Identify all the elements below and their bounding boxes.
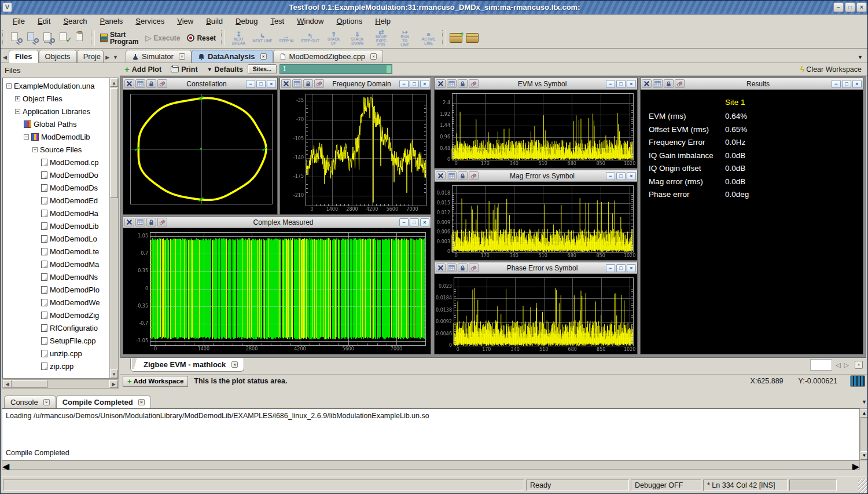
- move-exec-ptr-button[interactable]: ⇄MOVEEXECPTR: [369, 30, 393, 47]
- tree-item-moddemodzig[interactable]: ModDemodZig: [4, 309, 109, 321]
- plot-titlebar[interactable]: Frequency Domain−□×: [280, 78, 431, 90]
- tree-item-moddemodds[interactable]: ModDemodDs: [4, 181, 109, 194]
- defaults-button[interactable]: ▼ Defaults: [203, 65, 248, 74]
- tree-vertical-scrollbar[interactable]: ▲ ▼: [109, 78, 118, 378]
- plot-minimize-button[interactable]: −: [832, 80, 841, 88]
- tab-overflow-icon[interactable]: ▼: [858, 54, 867, 63]
- menu-debug[interactable]: Debug: [230, 16, 263, 27]
- site-field[interactable]: 1: [279, 64, 392, 74]
- tab-files[interactable]: Files: [9, 50, 39, 63]
- menu-file[interactable]: File: [8, 16, 30, 27]
- plot-titlebar[interactable]: Results−□×: [641, 78, 863, 90]
- tab-close-icon[interactable]: ×: [370, 53, 377, 60]
- clipboard-document-icon[interactable]: [73, 31, 89, 45]
- tree-item-moddemodns[interactable]: ModDemodNs: [4, 270, 109, 283]
- plot-table-icon[interactable]: [447, 171, 457, 180]
- frequency-domain-plot[interactable]: [280, 90, 431, 214]
- tree-expander-icon[interactable]: +: [15, 96, 20, 101]
- plot-maximize-button[interactable]: □: [410, 80, 419, 88]
- plot-table-icon[interactable]: [292, 79, 302, 88]
- mag-error-plot[interactable]: [435, 182, 637, 260]
- evm-plot[interactable]: [435, 90, 637, 168]
- plot-table-icon[interactable]: [447, 264, 457, 272]
- stack-up-button[interactable]: ⇑STACKUP: [322, 30, 345, 47]
- plot-lock-icon[interactable]: [303, 79, 313, 88]
- plot-table-icon[interactable]: [135, 79, 145, 88]
- next-line-button[interactable]: ↳NEXT LINE: [251, 30, 274, 47]
- plot-minimize-button[interactable]: −: [399, 218, 409, 226]
- tree-item-object-files[interactable]: +Object Files: [4, 92, 109, 105]
- plot-table-icon[interactable]: [447, 79, 457, 88]
- scroll-left-icon[interactable]: ◀: [2, 461, 9, 469]
- plot-maximize-button[interactable]: □: [616, 264, 626, 272]
- plot-minimize-button[interactable]: −: [606, 172, 615, 180]
- plot-eraser-icon[interactable]: [469, 264, 479, 272]
- tree-item-moddemodha[interactable]: ModDemodHa: [4, 207, 109, 219]
- plot-delete-icon[interactable]: [642, 79, 652, 88]
- tree-item-moddemodma[interactable]: ModDemodMa: [4, 258, 109, 270]
- console-horizontal-scrollbar[interactable]: ◀ ▶: [2, 460, 860, 470]
- menu-window[interactable]: Window: [292, 16, 329, 27]
- window-close-button[interactable]: ×: [856, 2, 867, 12]
- workspace-tab-prev-icon[interactable]: ◁: [836, 361, 840, 369]
- tree-item-setupfile-cpp[interactable]: SetupFile.cpp: [4, 334, 109, 347]
- phase-error-plot[interactable]: [435, 274, 637, 354]
- menu-help[interactable]: Help: [370, 16, 396, 27]
- plot-lock-icon[interactable]: [458, 264, 468, 272]
- console-vertical-scrollbar[interactable]: ▲ ▼: [860, 408, 868, 460]
- plot-close-button[interactable]: ×: [627, 264, 636, 272]
- tree-item-rfconfiguratio[interactable]: RfConfiguratio: [4, 321, 109, 334]
- plot-titlebar[interactable]: Mag Error vs Symbol−□×: [435, 170, 637, 182]
- plot-titlebar[interactable]: EVM vs Symbol−□×: [435, 78, 637, 90]
- plot-titlebar[interactable]: Complex Measured−□×: [123, 217, 431, 228]
- add-plot-button[interactable]: + Add Plot: [120, 64, 166, 74]
- titlebar[interactable]: V TestTool 0.1:ExampleModulation:31:rman…: [1, 1, 868, 14]
- tree-expander-icon[interactable]: −: [32, 147, 38, 152]
- plot-delete-icon[interactable]: [124, 218, 134, 226]
- plot-eraser-icon[interactable]: [157, 79, 167, 88]
- window-maximize-button[interactable]: □: [845, 2, 855, 12]
- scroll-up-icon[interactable]: ▲: [860, 409, 868, 418]
- sites-button[interactable]: Sites...: [248, 64, 277, 74]
- tab-scroll-right-icon[interactable]: ▶: [104, 54, 111, 63]
- plot-grid-button[interactable]: [850, 375, 865, 387]
- execute-button[interactable]: ▷ Execute: [142, 32, 183, 43]
- plot-maximize-button[interactable]: □: [842, 80, 851, 88]
- tree-item-moddemoddo[interactable]: ModDemodDo: [4, 169, 109, 181]
- toolbar-handle[interactable]: [2, 30, 6, 46]
- console-hscrollbar-thumb[interactable]: [9, 461, 852, 469]
- plot-eraser-icon[interactable]: [157, 218, 167, 226]
- plot-delete-icon[interactable]: [124, 79, 134, 88]
- tree-item-application-libraries[interactable]: −Application Libraries: [4, 105, 109, 118]
- plot-eraser-icon[interactable]: [469, 79, 479, 88]
- tab-moddemodzigbee[interactable]: ModDemodZigbee.cpp ×: [273, 50, 384, 63]
- plot-maximize-button[interactable]: □: [410, 218, 419, 226]
- scroll-right-icon[interactable]: ▶: [109, 380, 118, 388]
- tab-console[interactable]: Console ×: [4, 396, 56, 408]
- site-field-handle[interactable]: [387, 65, 391, 73]
- tree-expander-icon[interactable]: −: [15, 109, 20, 114]
- run-to-line-button[interactable]: ↦RUNTOLINE: [393, 30, 417, 47]
- stack-down-button[interactable]: ⇓STACKDOWN: [345, 30, 369, 47]
- print-button[interactable]: Print: [166, 65, 202, 74]
- plot-minimize-button[interactable]: −: [606, 80, 615, 88]
- plot-close-button[interactable]: ×: [420, 218, 429, 226]
- tree-horizontal-scrollbar[interactable]: ◀ ▶: [2, 379, 119, 389]
- start-program-button[interactable]: StartProgram: [97, 30, 142, 46]
- tab-simulator[interactable]: Simulator ×: [126, 50, 192, 63]
- menu-view[interactable]: View: [172, 16, 198, 27]
- next-break-button[interactable]: ↧NEXTBREAK: [227, 30, 251, 47]
- toolbox-add-icon[interactable]: +: [450, 33, 462, 43]
- window-minimize-button[interactable]: −: [833, 2, 844, 12]
- plot-lock-icon[interactable]: [146, 79, 156, 88]
- plot-minimize-button[interactable]: −: [606, 264, 615, 272]
- tab-projects[interactable]: Proje: [77, 50, 104, 63]
- menu-search[interactable]: Search: [58, 16, 92, 27]
- console-output[interactable]: Loading /u/rmancuso/Demos/Unison/Modulat…: [2, 408, 860, 460]
- tab-scroll-left-icon[interactable]: ◀: [1, 54, 9, 63]
- tab-close-icon[interactable]: ×: [179, 53, 185, 60]
- tree-hscrollbar-thumb[interactable]: [12, 380, 47, 388]
- tab-close-icon[interactable]: ×: [260, 53, 267, 60]
- menu-build[interactable]: Build: [201, 16, 228, 27]
- tree-item-moddemodlte[interactable]: ModDemodLte: [4, 245, 109, 258]
